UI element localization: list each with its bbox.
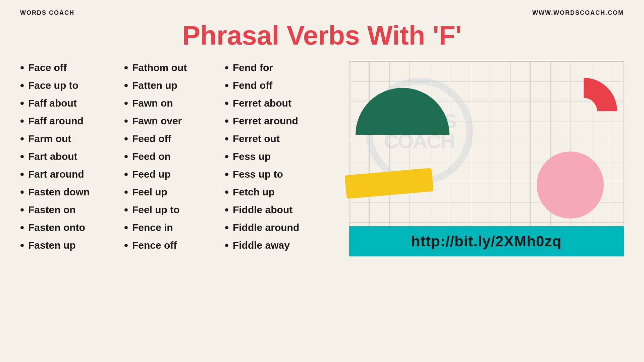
list-item: Fasten up bbox=[20, 239, 124, 252]
url-text: http://bit.ly/2XMh0zq bbox=[411, 233, 562, 250]
list-item: Fathom out bbox=[124, 61, 225, 74]
list-item: Fess up to bbox=[225, 168, 332, 181]
column-3: Fend forFend offFerret aboutFerret aroun… bbox=[225, 61, 332, 256]
list-item: Fetch up bbox=[225, 185, 332, 198]
list-item: Ferret out bbox=[225, 132, 332, 145]
list-item: Fiddle about bbox=[225, 203, 332, 216]
list-item: Fasten down bbox=[20, 185, 124, 198]
list-item: Fend for bbox=[225, 61, 332, 74]
list-item: Fawn over bbox=[124, 114, 225, 127]
list-item: Fence in bbox=[124, 221, 225, 234]
page-title: Phrasal Verbs With 'F' bbox=[0, 20, 644, 51]
list-item: Ferret around bbox=[225, 114, 332, 127]
list-item: Feed up bbox=[124, 168, 225, 181]
list-item: Feed off bbox=[124, 132, 225, 145]
list-item: Face up to bbox=[20, 79, 124, 92]
list-item: Feed on bbox=[124, 150, 225, 163]
list-item: Fasten on bbox=[20, 203, 124, 216]
list-item: Fart about bbox=[20, 150, 124, 163]
header-left-label: WORDS COACH bbox=[20, 9, 74, 16]
list-item: Fasten onto bbox=[20, 221, 124, 234]
header-right-label: WWW.WORDSCOACH.COM bbox=[532, 9, 624, 16]
content-area: Face offFace up toFaff aboutFaff aroundF… bbox=[0, 61, 644, 256]
column-1: Face offFace up toFaff aboutFaff aroundF… bbox=[20, 61, 124, 256]
list-item: Fiddle around bbox=[225, 221, 332, 234]
list-item: Faff around bbox=[20, 114, 124, 127]
list-item: Fence off bbox=[124, 239, 225, 252]
list-item: Fawn on bbox=[124, 97, 225, 110]
list-item: Fend off bbox=[225, 79, 332, 92]
list-item: Faff about bbox=[20, 97, 124, 110]
list-item: Feel up bbox=[124, 185, 225, 198]
list-item: Fatten up bbox=[124, 79, 225, 92]
list-item: Face off bbox=[20, 61, 124, 74]
list-item: Ferret about bbox=[225, 97, 332, 110]
decorative-panel: WORDSCOACH http://bit.ly/2XMh0zq bbox=[339, 61, 624, 256]
list-item: Fart around bbox=[20, 168, 124, 181]
column-2: Fathom outFatten upFawn onFawn overFeed … bbox=[124, 61, 225, 256]
pink-circle-shape bbox=[537, 152, 604, 219]
list-item: Farm out bbox=[20, 132, 124, 145]
list-item: Fiddle away bbox=[225, 239, 332, 252]
url-bar: http://bit.ly/2XMh0zq bbox=[349, 226, 624, 256]
list-item: Feel up to bbox=[124, 203, 225, 216]
list-item: Fess up bbox=[225, 150, 332, 163]
